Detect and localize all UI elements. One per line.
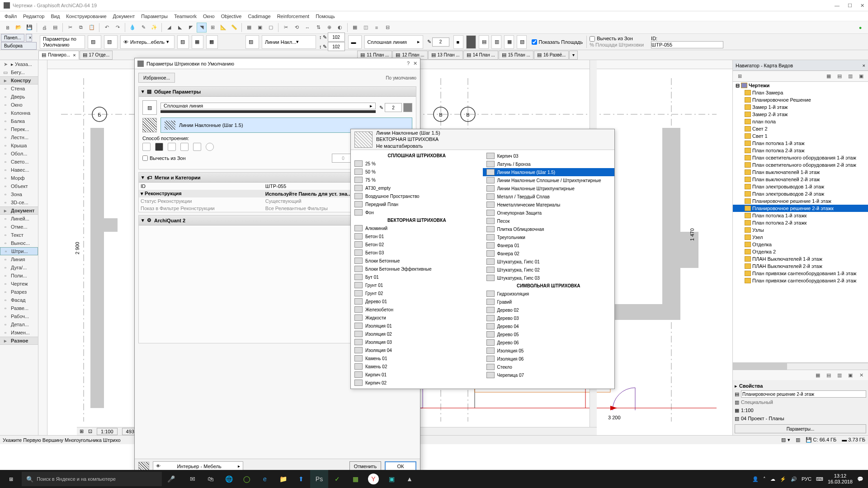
tree-node-1[interactable]: Планировочное Решение xyxy=(733,96,868,103)
edit-tool-2[interactable]: ⟲ xyxy=(292,23,302,33)
nav-foot-2[interactable]: ▤ xyxy=(824,370,834,380)
nav-foot-del[interactable]: ✕ xyxy=(856,370,866,380)
undo-icon[interactable]: ↶ xyxy=(102,23,112,33)
popup-item[interactable]: AT30_empty xyxy=(351,184,483,192)
ib-tool-c[interactable]: ▩ xyxy=(206,35,218,49)
tray-flash-icon[interactable]: ⚡ xyxy=(780,476,786,482)
popup-item[interactable]: Фанера 01 xyxy=(483,241,615,249)
layer-tool-1[interactable]: ▦ xyxy=(350,23,360,33)
tree-node-11[interactable]: План выключателей 1-й этаж xyxy=(733,169,868,176)
ib-extra-4[interactable]: ▧ xyxy=(517,35,527,49)
measure-icon[interactable]: 📐 xyxy=(218,23,228,33)
tree-node-20[interactable]: Узел xyxy=(733,234,868,241)
props-settings-button[interactable]: Параметры... xyxy=(735,424,866,433)
tool-Дверь[interactable]: ▫Дверь xyxy=(0,93,38,101)
maximize-button[interactable]: ☐ xyxy=(848,3,852,9)
fill-category-btn[interactable]: ▨ xyxy=(142,100,157,115)
popup-item[interactable]: Железобетон xyxy=(351,305,483,314)
tree-node-15[interactable]: Планировочное решение 1-й этаж xyxy=(733,197,868,205)
layer-tool-3[interactable]: ≡ xyxy=(372,23,382,33)
popup-item[interactable]: Черепица 07 xyxy=(483,371,615,379)
ib-extra-2[interactable]: ▥ xyxy=(491,35,501,49)
tray-keyboard-icon[interactable]: ⌨ xyxy=(816,476,823,482)
popup-item[interactable]: Неметаллические Материалы xyxy=(483,201,615,209)
misc-tool-2[interactable]: ▣ xyxy=(255,23,265,33)
popup-item[interactable]: Блоки Бетонные Эффективные xyxy=(351,265,483,273)
plot-icon[interactable]: ▤ xyxy=(50,23,60,33)
tree-node-10[interactable]: План осветительного оборудования 2-й эта… xyxy=(733,161,868,169)
doc-tab-0[interactable]: ▤Планиро... × xyxy=(38,51,79,60)
redo-icon[interactable]: ↷ xyxy=(113,23,123,33)
doc-tab-5[interactable]: ▤14 План ... xyxy=(463,51,498,60)
task-yandex-icon[interactable]: Y xyxy=(368,474,379,484)
tree-node-3[interactable]: Замер 2-й этаж xyxy=(733,111,868,118)
tool-Фасад[interactable]: ▫Фасад xyxy=(0,296,38,304)
paste-icon[interactable]: 📋 xyxy=(87,23,97,33)
popup-item[interactable]: Кирпич 03 xyxy=(483,152,615,160)
task-explorer-icon[interactable]: 📁 xyxy=(274,470,292,488)
default-params-button[interactable]: Параметры по Умолчанию xyxy=(40,35,85,49)
tool-Крыша[interactable]: ▫Крыша xyxy=(0,141,38,150)
layer-tool-4[interactable]: ⊟ xyxy=(382,23,392,33)
popup-item[interactable]: Плитка Облицовочная xyxy=(483,225,615,233)
dim-b-input[interactable] xyxy=(328,42,345,51)
open-file-icon[interactable]: 📂 xyxy=(14,23,24,33)
pen-color-dlg[interactable] xyxy=(403,103,412,112)
tree-node-8[interactable]: План потолка 2-й этаж xyxy=(733,147,868,154)
tree-root[interactable]: ⊟ Чертежи xyxy=(733,82,868,89)
popup-item[interactable]: Камень 02 xyxy=(351,362,483,371)
tree-node-17[interactable]: План потолка 1-й этажк xyxy=(733,212,868,219)
ruler-icon[interactable]: 📏 xyxy=(229,23,239,33)
line-type-dropdown[interactable]: Сплошная линия▸ xyxy=(364,35,423,49)
tool-Окно[interactable]: ▫Окно xyxy=(0,101,38,109)
task-app2-icon[interactable]: ✓ xyxy=(328,470,346,488)
popup-item[interactable]: Дерево 06 xyxy=(483,338,615,347)
method-radio-4[interactable] xyxy=(180,143,189,151)
panel-tab-1[interactable]: Панел... xyxy=(1,34,24,42)
footer-layer-swatch[interactable] xyxy=(138,462,149,471)
geometry-method-2[interactable]: ▧ xyxy=(104,35,118,49)
ib-extra-3[interactable]: ▦ xyxy=(504,35,514,49)
tool-Свето...[interactable]: ▫Свето... xyxy=(0,158,38,166)
task-edge-icon[interactable]: e xyxy=(256,470,274,488)
tree-node-13[interactable]: План электровыводов 1-й этаж xyxy=(733,183,868,190)
task-archicad2-icon[interactable]: ▲ xyxy=(401,470,419,488)
nav-mode-4[interactable]: ▣ xyxy=(856,71,866,81)
print-icon[interactable]: 🖨 xyxy=(39,23,49,33)
nav-mode-3[interactable]: ▥ xyxy=(845,71,855,81)
popup-item[interactable]: Гравий xyxy=(483,298,615,306)
tool-Чертеж[interactable]: ▫Чертеж xyxy=(0,280,38,288)
snap-grid-icon[interactable]: ⊞ xyxy=(208,23,217,33)
tray-vol-icon[interactable]: 🔊 xyxy=(791,476,797,482)
layer-dropdown[interactable]: 👁 Интерь...ебель ▾ xyxy=(120,35,175,49)
popup-item[interactable]: Дерево 05 xyxy=(483,330,615,338)
task-globe-icon[interactable]: 🌐 xyxy=(220,470,238,488)
popup-item[interactable]: Бут 01 xyxy=(351,273,483,281)
tool-Разве...[interactable]: ▫Разве... xyxy=(0,304,38,312)
nav-mode-2[interactable]: ▤ xyxy=(835,71,844,81)
panel-tab-close[interactable]: × xyxy=(26,34,32,42)
taskbar-search[interactable]: 🔍 Поиск в Яндексе и на компьютере xyxy=(22,472,162,486)
method-radio-3[interactable] xyxy=(168,143,176,151)
menu-reinforcement[interactable]: Reinforcement xyxy=(277,14,310,19)
tool-Поли...[interactable]: ▫Поли... xyxy=(0,272,38,280)
exclude-zones-checkbox[interactable]: Вычесть из Зон xyxy=(590,36,644,42)
save-icon[interactable]: 💾 xyxy=(24,23,34,33)
doc-tab-7[interactable]: ▤16 Развё... xyxy=(534,51,569,60)
tree-node-25[interactable]: План привязки сантехоборудования 1-й эта… xyxy=(733,270,868,277)
edit-tool-5[interactable]: ⊕ xyxy=(324,23,334,33)
popup-item[interactable]: 50 % xyxy=(351,168,483,176)
popup-item[interactable]: Бетон 03 xyxy=(351,249,483,257)
tool-Обол...[interactable]: ▫Обол... xyxy=(0,150,38,158)
dialog-close-icon[interactable]: ✕ xyxy=(413,61,417,66)
tree-node-22[interactable]: Отделка 2 xyxy=(733,248,868,255)
tool-Морф[interactable]: ▫Морф xyxy=(0,174,38,182)
popup-item[interactable]: Жидкости xyxy=(351,314,483,322)
popup-item[interactable]: Фанера 02 xyxy=(483,249,615,258)
cut-icon[interactable]: ✂ xyxy=(65,23,75,33)
default-link[interactable]: По умолчанию xyxy=(386,75,416,80)
popup-item[interactable]: Изоляция 04 xyxy=(351,346,483,354)
popup-item[interactable]: Грунт 02 xyxy=(351,289,483,297)
menu-документ[interactable]: Документ xyxy=(113,14,135,19)
popup-item[interactable]: Бетон 02 xyxy=(351,240,483,249)
